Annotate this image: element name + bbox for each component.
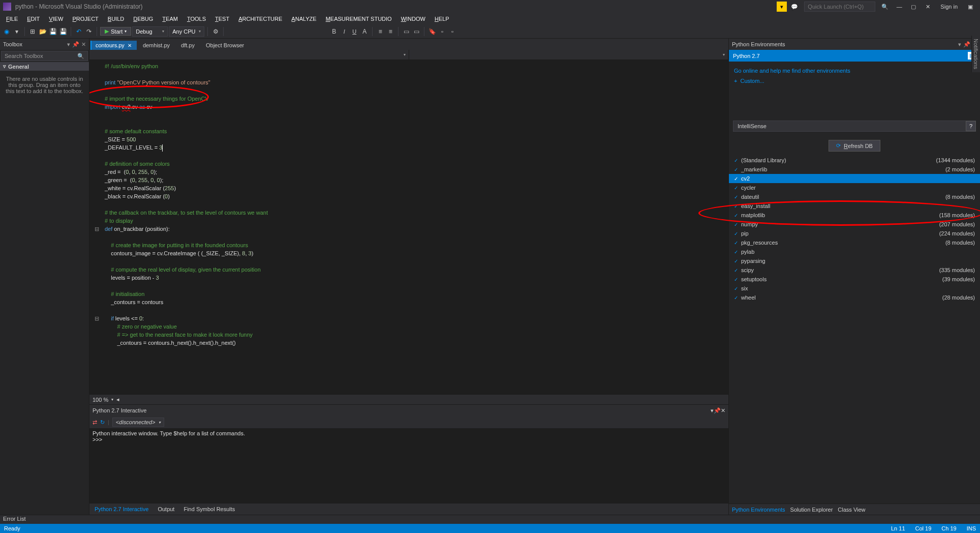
scroll-left-icon[interactable]: ◂: [116, 396, 119, 403]
process-icon[interactable]: ⚙: [211, 27, 220, 36]
toolbox-group-general[interactable]: ▿General: [0, 62, 89, 71]
menu-view[interactable]: VIEW: [45, 15, 67, 23]
bottom-tab-python-2-7-interactive[interactable]: Python 2.7 Interactive: [93, 505, 150, 513]
menu-test[interactable]: TEST: [211, 15, 233, 23]
module-pkg_resources[interactable]: ✓pkg_resources(8 modules): [729, 238, 980, 247]
clear-icon[interactable]: ↻: [100, 419, 105, 426]
pin-icon[interactable]: 📌: [963, 41, 970, 48]
module-dateutil[interactable]: ✓dateutil(8 modules): [729, 192, 980, 201]
module-six[interactable]: ✓six: [729, 284, 980, 293]
comment-icon[interactable]: ▭: [402, 27, 411, 36]
menu-file[interactable]: FILE: [2, 15, 22, 23]
align-center-icon[interactable]: ≡: [386, 27, 395, 36]
member-dropdown[interactable]: [409, 50, 729, 60]
tab-object-browser[interactable]: Object Browser: [201, 41, 249, 50]
notifications-tab[interactable]: Notifications: [971, 36, 980, 72]
check-icon: ✓: [734, 268, 738, 273]
module-_markerlib[interactable]: ✓_markerlib(2 modules): [729, 165, 980, 174]
menu-tools[interactable]: TOOLS: [183, 15, 210, 23]
env-tab-python-environments[interactable]: Python Environments: [732, 507, 785, 513]
user-icon[interactable]: ▣: [964, 2, 977, 12]
bottom-tab-output[interactable]: Output: [156, 505, 176, 513]
search-icon[interactable]: 🔍: [878, 2, 892, 12]
menu-debug[interactable]: DEBUG: [129, 15, 157, 23]
reset-icon[interactable]: ⇄: [93, 419, 97, 426]
config-combo[interactable]: Debug: [132, 26, 168, 37]
italic-icon[interactable]: I: [340, 27, 349, 36]
menu-help[interactable]: HELP: [431, 15, 453, 23]
refresh-db-button[interactable]: ⟳Refresh DB: [829, 140, 880, 152]
module-scipy[interactable]: ✓scipy(335 modules): [729, 265, 980, 275]
module-numpy[interactable]: ✓numpy(207 modules): [729, 220, 980, 229]
new-project-icon[interactable]: ⊞: [28, 27, 37, 36]
pin-icon[interactable]: 📌: [72, 41, 79, 48]
align-left-icon[interactable]: ≡: [376, 27, 385, 36]
menu-team[interactable]: TEAM: [158, 15, 182, 23]
module-pip[interactable]: ✓pip(224 modules): [729, 229, 980, 238]
platform-combo[interactable]: Any CPU: [169, 26, 204, 37]
module-matplotlib[interactable]: ✓matplotlib(158 modules): [729, 211, 980, 220]
misc2-icon[interactable]: ▫: [448, 27, 457, 36]
bookmark-icon[interactable]: 🔖: [427, 27, 437, 36]
module--standard-library-[interactable]: ✓(Standard Library)(1344 modules): [729, 156, 980, 165]
scope-dropdown[interactable]: [89, 50, 409, 60]
open-icon[interactable]: 📂: [38, 27, 47, 36]
start-debug-button[interactable]: ▶Start▾: [100, 27, 131, 36]
interactive-output[interactable]: Python interactive window. Type $help fo…: [89, 428, 728, 504]
env-tab-class-view[interactable]: Class View: [838, 507, 865, 513]
scope-combo[interactable]: <disconnected>: [112, 418, 164, 427]
tab-demhist-py[interactable]: demhist.py: [138, 41, 175, 50]
module-pylab[interactable]: ✓pylab: [729, 247, 980, 256]
font-color-icon[interactable]: A: [360, 27, 369, 36]
module-pyparsing[interactable]: ✓pyparsing: [729, 256, 980, 265]
toolbox-search[interactable]: Search Toolbox🔍: [1, 51, 88, 61]
underline-icon[interactable]: U: [350, 27, 359, 36]
menu-build[interactable]: BUILD: [104, 15, 128, 23]
error-list-tab[interactable]: Error List: [0, 515, 980, 524]
module-wheel[interactable]: ✓wheel(28 modules): [729, 293, 980, 302]
undo-icon[interactable]: ↶: [74, 27, 83, 36]
dropdown-icon[interactable]: ▾: [67, 41, 70, 48]
close-icon[interactable]: ✕: [128, 43, 132, 48]
misc-icon[interactable]: ▫: [438, 27, 447, 36]
menu-edit[interactable]: EDIT: [23, 15, 44, 23]
feedback-icon[interactable]: 💬: [788, 2, 801, 12]
close-button[interactable]: ✕: [921, 2, 934, 12]
uncomment-icon[interactable]: ▭: [412, 27, 421, 36]
redo-icon[interactable]: ↷: [84, 27, 94, 36]
bottom-tab-find-symbol-results[interactable]: Find Symbol Results: [181, 505, 237, 513]
sign-in-link[interactable]: Sign in: [940, 4, 958, 10]
notification-flag-icon[interactable]: ▾: [777, 2, 787, 12]
custom-env-link[interactable]: +Custom...: [734, 76, 975, 86]
nav-back-icon[interactable]: ◉: [2, 27, 11, 36]
help-button[interactable]: ?: [966, 121, 976, 131]
maximize-button[interactable]: ▢: [907, 2, 920, 12]
bold-icon[interactable]: B: [329, 27, 339, 36]
tab-contours-py[interactable]: contours.py✕: [90, 41, 137, 50]
module-cv2[interactable]: ✓cv2: [729, 174, 980, 183]
save-icon[interactable]: 💾: [48, 27, 57, 36]
env-tab-solution-explorer[interactable]: Solution Explorer: [790, 507, 833, 513]
active-env-header[interactable]: Python 2.7 ▤: [729, 50, 980, 62]
module-setuptools[interactable]: ✓setuptools(39 modules): [729, 275, 980, 284]
nav-fwd-icon[interactable]: ▾: [12, 27, 21, 36]
menu-architecture[interactable]: ARCHITECTURE: [234, 15, 286, 23]
zoom-level[interactable]: 100 %: [93, 397, 108, 403]
code-editor[interactable]: #! /usr/bin/env python print "OpenCV Pyt…: [89, 60, 728, 394]
module-cycler[interactable]: ✓cycler: [729, 183, 980, 192]
menu-project[interactable]: PROJECT: [68, 15, 102, 23]
tab-dft-py[interactable]: dft.py: [176, 41, 200, 50]
close-icon[interactable]: ✕: [721, 407, 725, 413]
intellisense-select[interactable]: IntelliSense▾: [733, 121, 976, 132]
menu-measurement studio[interactable]: MEASUREMENT STUDIO: [322, 15, 396, 23]
module-easy_install[interactable]: ✓easy_install: [729, 201, 980, 211]
close-icon[interactable]: ✕: [81, 41, 86, 48]
quick-launch-input[interactable]: [804, 2, 875, 12]
menu-analyze[interactable]: ANALYZE: [287, 15, 320, 23]
minimize-button[interactable]: —: [893, 2, 906, 12]
menu-window[interactable]: WINDOW: [397, 15, 430, 23]
find-env-link[interactable]: Go online and help me find other environ…: [734, 66, 975, 76]
pin-icon[interactable]: 📌: [714, 407, 721, 413]
dropdown-icon[interactable]: ▾: [958, 41, 961, 48]
save-all-icon[interactable]: 💾: [58, 27, 68, 36]
